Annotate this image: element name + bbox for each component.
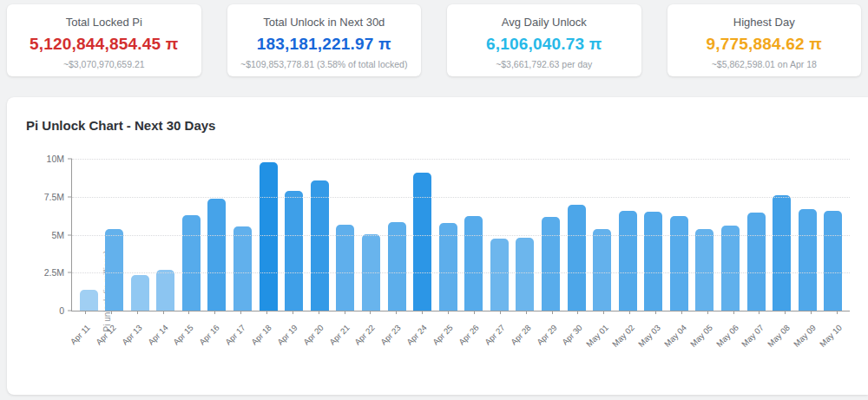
y-tick-mark <box>68 159 72 160</box>
gridline <box>72 235 850 236</box>
stat-card-total-unlock-30d: Total Unlock in Next 30d 183,181,221.97 … <box>227 4 422 76</box>
x-tick-mark <box>293 311 293 314</box>
x-axis-label: Apr 20 <box>301 323 326 347</box>
bar-apr-29 <box>542 217 560 311</box>
bar-may-10 <box>824 211 842 311</box>
bar-apr-28 <box>516 238 534 311</box>
x-tick-mark <box>448 311 449 314</box>
bar-may-08 <box>773 195 791 311</box>
x-axis-label: Apr 14 <box>146 323 170 347</box>
bar-may-07 <box>747 213 766 311</box>
stat-value: 6,106,040.73 π <box>447 35 641 54</box>
bar-apr-21 <box>336 225 354 311</box>
x-axis-label: Apr 26 <box>457 323 481 347</box>
x-tick-mark <box>370 311 371 314</box>
x-tick-mark <box>422 311 423 314</box>
chart-title: Pi Unlock Chart - Next 30 Days <box>26 118 215 133</box>
x-axis-label: May 09 <box>792 323 818 349</box>
x-axis-label: Apr 25 <box>431 323 455 347</box>
bar-may-06 <box>721 226 740 311</box>
x-tick-mark <box>266 311 267 314</box>
bar-apr-26 <box>464 216 483 311</box>
x-tick-mark <box>111 311 112 314</box>
x-axis-label: Apr 21 <box>327 323 352 347</box>
x-axis-label: Apr 15 <box>172 323 196 347</box>
x-axis-label: Apr 16 <box>197 323 221 347</box>
stat-card-highest-day: Highest Day 9,775,884.62 π ~$5,862,598.0… <box>667 4 862 76</box>
gridline <box>72 197 850 198</box>
bar-may-05 <box>695 229 713 311</box>
stat-subtitle: ~$5,862,598.01 on Apr 18 <box>667 59 862 69</box>
x-tick-mark <box>681 311 682 314</box>
x-tick-mark <box>396 311 397 314</box>
x-tick-mark <box>733 311 734 314</box>
x-axis-label: May 07 <box>740 323 766 349</box>
bar-may-03 <box>644 212 662 311</box>
x-axis-label: Apr 12 <box>94 323 118 347</box>
x-axis-label: Apr 17 <box>223 323 247 347</box>
bar-apr-13 <box>131 275 149 311</box>
x-axis-label: Apr 18 <box>249 323 273 347</box>
x-tick-mark <box>137 311 138 314</box>
gridline <box>72 272 850 273</box>
stat-title: Total Unlock in Next 30d <box>227 16 422 29</box>
stat-subtitle: ~$3,070,970,659.21 <box>7 59 201 69</box>
bar-apr-30 <box>568 205 586 311</box>
x-axis-label: May 02 <box>610 323 636 349</box>
x-tick-mark <box>629 311 630 314</box>
stat-value: 183,181,221.97 π <box>227 35 422 54</box>
x-axis-label: May 10 <box>818 323 844 349</box>
y-tick-mark <box>68 311 72 311</box>
x-tick-mark <box>837 311 838 314</box>
chart-card: Pi Unlock Chart - Next 30 Days Pi unlock… <box>7 97 868 395</box>
x-axis-label: Apr 27 <box>483 323 507 347</box>
bar-apr-20 <box>311 180 329 311</box>
x-axis-label: Apr 29 <box>535 323 559 347</box>
y-tick-label: 5M <box>51 230 64 240</box>
x-axis-label: May 05 <box>688 323 714 349</box>
y-tick-mark <box>68 272 72 273</box>
x-axis-label: Apr 24 <box>404 323 429 347</box>
x-tick-mark <box>345 311 345 314</box>
x-tick-mark <box>85 311 86 314</box>
x-tick-mark <box>655 311 656 314</box>
stat-title: Highest Day <box>667 16 862 29</box>
x-axis-label: Apr 22 <box>353 323 378 347</box>
bar-apr-24 <box>413 173 431 311</box>
x-axis-label: May 08 <box>766 323 792 349</box>
stat-value: 9,775,884.62 π <box>667 35 862 54</box>
bar-apr-27 <box>490 239 509 311</box>
bar-apr-25 <box>439 223 457 311</box>
page: { "stats": [ { "title": "Total Locked Pi… <box>0 0 868 400</box>
x-tick-mark <box>319 311 319 314</box>
x-tick-mark <box>474 311 475 314</box>
x-axis-label: May 06 <box>714 323 740 349</box>
x-tick-mark <box>526 311 527 314</box>
y-tick-label: 0 <box>59 305 64 316</box>
stat-title: Total Locked Pi <box>7 16 201 29</box>
x-axis-label: Apr 23 <box>379 323 404 347</box>
x-tick-mark <box>240 311 241 314</box>
stat-title: Avg Daily Unlock <box>447 16 641 29</box>
stat-subtitle: ~$3,661,792.63 per day <box>447 59 641 69</box>
x-axis-label: Apr 19 <box>275 323 299 347</box>
y-tick-mark <box>68 196 72 197</box>
bar-may-02 <box>619 211 637 311</box>
bar-apr-14 <box>156 270 174 311</box>
stats-row: Total Locked Pi 5,120,844,854.45 π ~$3,0… <box>7 4 861 76</box>
x-axis-label: Apr 30 <box>561 323 585 347</box>
stat-card-total-locked: Total Locked Pi 5,120,844,854.45 π ~$3,0… <box>7 4 201 76</box>
x-axis-labels: Apr 11Apr 12Apr 13Apr 14Apr 15Apr 16Apr … <box>72 311 850 354</box>
y-tick-label: 10M <box>47 154 64 164</box>
gridline <box>72 159 850 160</box>
stat-subtitle: ~$109,853,778.81 (3.58% of total locked) <box>227 59 422 69</box>
bar-may-01 <box>593 229 611 311</box>
x-tick-mark <box>785 311 786 314</box>
bar-apr-11 <box>80 290 98 311</box>
x-tick-mark <box>214 311 215 314</box>
x-axis-label: May 01 <box>584 323 610 349</box>
x-tick-mark <box>811 311 812 314</box>
x-axis-label: Apr 28 <box>509 323 533 347</box>
x-tick-mark <box>552 311 553 314</box>
x-tick-mark <box>188 311 189 314</box>
